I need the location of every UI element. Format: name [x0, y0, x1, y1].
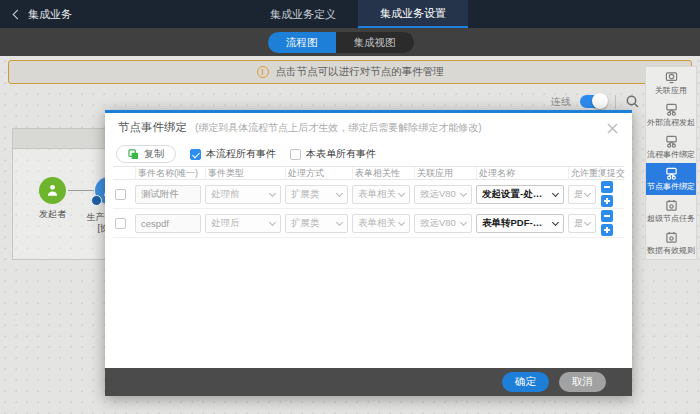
node-event-binding-modal: 节点事件绑定 (绑定到具体流程节点上后才生效，绑定后需要解除绑定才能修改) 复制… [105, 110, 632, 396]
chevron-down-icon [460, 189, 467, 196]
cancel-button[interactable]: 取消 [559, 372, 606, 392]
event-name-input[interactable] [135, 185, 201, 204]
copy-icon [128, 149, 139, 160]
copy-button[interactable]: 复制 [116, 145, 176, 163]
toolbar-divider [615, 95, 616, 109]
chevron-down-icon [269, 218, 276, 225]
chevron-down-icon [398, 189, 405, 196]
chevron-down-icon [398, 218, 405, 225]
connection-toggle[interactable] [580, 95, 606, 108]
related-app-icon [665, 71, 678, 84]
tab-integration-settings[interactable]: 集成业务设置 [358, 0, 468, 28]
all-form-events-checkbox[interactable] [290, 149, 301, 160]
view-flowchart-button[interactable]: 流程图 [268, 32, 336, 53]
chevron-down-icon [336, 189, 343, 196]
handle-method-select[interactable]: 扩展类 [285, 185, 348, 204]
modal-toolbar: 复制 本流程所有事件 本表单所有事件 [105, 142, 632, 166]
handler-name-select[interactable]: 表单转PDF-处理后 [476, 214, 564, 233]
rail-item-related-apps[interactable]: 关联应用 [646, 67, 696, 99]
add-row-button[interactable] [601, 195, 613, 207]
app-title: 集成业务 [28, 7, 72, 22]
flow-icon [665, 167, 678, 180]
row-checkbox[interactable] [115, 218, 126, 229]
event-binding-table: 事件名称(唯一) 事件类型 处理方式 表单相关性 关联应用 处理名称 允许重复提… [113, 166, 624, 238]
flow-node-initiator[interactable] [39, 177, 66, 204]
person-icon [44, 182, 61, 199]
modal-subtitle: (绑定到具体流程节点上后才生效，绑定后需要解除绑定才能修改) [195, 121, 482, 135]
main-tabs: 集成业务定义 集成业务设置 [248, 0, 468, 28]
event-name-input[interactable] [135, 214, 201, 233]
info-icon: ! [257, 66, 269, 78]
rail-item-data-validity[interactable]: 数据有效规则 [646, 227, 696, 259]
all-process-events-option[interactable]: 本流程所有事件 [190, 147, 276, 161]
view-switch-bar: 流程图 集成视图 [0, 28, 700, 56]
modal-header: 节点事件绑定 (绑定到具体流程节点上后才生效，绑定后需要解除绑定才能修改) [105, 113, 632, 142]
chevron-down-icon [336, 218, 343, 225]
rail-item-node-event-binding[interactable]: 节点事件绑定 [646, 163, 696, 195]
remove-row-button[interactable] [601, 181, 613, 193]
form-relevance-select[interactable]: 表单相关 [352, 185, 410, 204]
table-row: 处理前 扩展类 表单相关 致远V80 发起设置-处理前 是 [113, 180, 624, 209]
connection-toggle-label: 连线 [551, 95, 571, 109]
allow-resubmit-select[interactable]: 是 [568, 185, 596, 204]
task-calendar-icon [665, 199, 678, 212]
settings-rail: 关联应用 外部流程发起 流程事件绑定 节点事件绑定 超级节点任务 数据有效规则 [645, 66, 697, 260]
all-process-events-checkbox[interactable] [190, 149, 201, 160]
chevron-down-icon [584, 189, 591, 196]
form-relevance-select[interactable]: 表单相关 [352, 214, 410, 233]
confirm-button[interactable]: 确定 [502, 372, 549, 392]
related-app-select[interactable]: 致远V80 [414, 214, 472, 233]
chevron-down-icon [460, 218, 467, 225]
chevron-down-icon [552, 218, 559, 225]
node-event-badge [91, 195, 102, 206]
related-app-select[interactable]: 致远V80 [414, 185, 472, 204]
modal-empty-area [105, 238, 632, 368]
event-type-select[interactable]: 处理后 [205, 214, 281, 233]
back-icon [13, 9, 23, 19]
row-checkbox[interactable] [115, 189, 126, 200]
view-segmented-control: 流程图 集成视图 [268, 32, 414, 53]
flow-icon [665, 135, 678, 148]
flow-connector [68, 190, 94, 191]
top-navbar: 集成业务 集成业务定义 集成业务设置 [0, 0, 700, 28]
handle-method-select[interactable]: 扩展类 [285, 214, 348, 233]
node-label-initiator: 发起者 [25, 208, 80, 221]
header-actions-cell [600, 167, 614, 180]
rail-item-super-node-task[interactable]: 超级节点任务 [646, 195, 696, 227]
hint-banner: ! 点击节点可以进行对节点的事件管理 [8, 60, 692, 84]
rail-item-external-process[interactable]: 外部流程发起 [646, 99, 696, 131]
search-icon[interactable] [625, 94, 640, 109]
rail-item-process-event-binding[interactable]: 流程事件绑定 [646, 131, 696, 163]
chevron-down-icon [552, 189, 559, 196]
back-button[interactable]: 集成业务 [0, 0, 86, 28]
modal-title: 节点事件绑定 [118, 120, 187, 135]
modal-footer: 确定 取消 [105, 368, 632, 396]
event-type-select[interactable]: 处理前 [205, 185, 281, 204]
hint-text: 点击节点可以进行对节点的事件管理 [276, 65, 444, 79]
all-form-events-option[interactable]: 本表单所有事件 [290, 147, 376, 161]
add-row-button[interactable] [601, 224, 613, 236]
chevron-down-icon [584, 218, 591, 225]
table-row: 处理后 扩展类 表单相关 致远V80 表单转PDF-处理后 是 [113, 209, 624, 238]
flow-icon [665, 103, 678, 116]
handler-name-select[interactable]: 发起设置-处理前 [476, 185, 564, 204]
chevron-down-icon [269, 189, 276, 196]
view-integration-button[interactable]: 集成视图 [336, 32, 414, 53]
allow-resubmit-select[interactable]: 是 [568, 214, 596, 233]
close-icon[interactable] [606, 121, 619, 134]
tab-integration-definition[interactable]: 集成业务定义 [248, 0, 358, 28]
task-calendar-icon [665, 231, 678, 244]
remove-row-button[interactable] [601, 210, 613, 222]
table-header-row: 事件名称(唯一) 事件类型 处理方式 表单相关性 关联应用 处理名称 允许重复提… [113, 166, 624, 180]
